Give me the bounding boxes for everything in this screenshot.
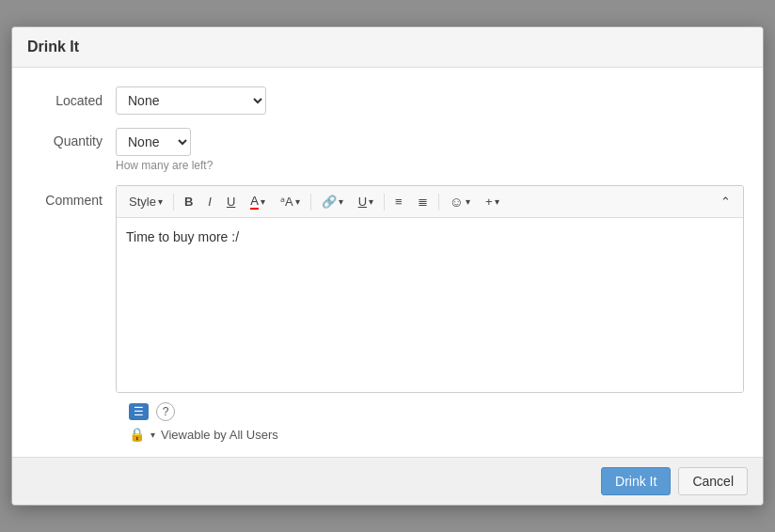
- emoji-icon: ☺: [450, 194, 464, 210]
- emoji-button[interactable]: ☺ ▾: [443, 190, 477, 213]
- modal-body: Located None Fridge Pantry Cellar Quanti…: [12, 68, 763, 457]
- editor-content[interactable]: Time to buy more :/: [117, 218, 743, 392]
- modal-overlay: Drink It Located None Fridge Pantry Cell…: [0, 0, 775, 532]
- located-select[interactable]: None Fridge Pantry Cellar: [116, 86, 266, 115]
- drink-it-button[interactable]: Drink It: [601, 467, 671, 495]
- lock-icon: 🔒: [129, 427, 145, 442]
- plus-button[interactable]: + ▾: [479, 191, 506, 212]
- list-icon-button[interactable]: ☰: [129, 403, 149, 420]
- modal-actions: Drink It Cancel: [12, 457, 763, 505]
- list-ul-icon: ≡: [395, 195, 403, 209]
- style-chevron-icon: ▾: [158, 196, 163, 207]
- modal: Drink It Located None Fridge Pantry Cell…: [11, 26, 764, 506]
- text-color-button[interactable]: A ▾: [244, 190, 272, 213]
- editor-container: Style ▾ B I U: [116, 185, 744, 393]
- visibility-label: Viewable by All Users: [161, 428, 278, 442]
- list-ul-button[interactable]: ≡: [388, 191, 409, 212]
- modal-title: Drink It: [27, 39, 748, 55]
- underline2-chevron-icon: ▾: [369, 196, 373, 207]
- quantity-hint: How many are left?: [116, 159, 213, 172]
- toolbar-divider-2: [310, 194, 311, 211]
- located-control: None Fridge Pantry Cellar: [116, 86, 266, 115]
- toolbar-divider-4: [438, 194, 439, 211]
- comment-label: Comment: [31, 185, 116, 208]
- bold-button[interactable]: B: [178, 191, 199, 212]
- located-label: Located: [31, 93, 116, 108]
- list-ol-button[interactable]: ≣: [411, 191, 435, 212]
- toolbar-divider-3: [384, 194, 385, 211]
- link-button[interactable]: 🔗 ▾: [315, 191, 350, 212]
- editor-icon-row: ☰ ?: [129, 402, 744, 421]
- plus-chevron-icon: ▾: [495, 196, 499, 207]
- collapse-button[interactable]: ⌃: [714, 191, 737, 212]
- italic-button[interactable]: I: [201, 191, 218, 212]
- comment-row: Comment Style ▾ B I: [31, 185, 744, 393]
- link-chevron-icon: ▾: [339, 196, 343, 207]
- located-row: Located None Fridge Pantry Cellar: [31, 86, 744, 115]
- underline-button[interactable]: U: [220, 191, 242, 212]
- plus-icon: +: [485, 195, 493, 209]
- help-icon-button[interactable]: ?: [156, 402, 175, 421]
- text-color-chevron-icon: ▾: [261, 196, 265, 207]
- modal-header: Drink It: [12, 27, 763, 68]
- link-icon: 🔗: [322, 195, 337, 209]
- emoji-chevron-icon: ▾: [466, 196, 470, 207]
- editor-toolbar: Style ▾ B I U: [117, 186, 743, 218]
- quantity-label: Quantity: [31, 128, 116, 149]
- list-ol-icon: ≣: [418, 195, 428, 209]
- underline2-button[interactable]: U ▾: [352, 191, 380, 212]
- superscript-chevron-icon: ▾: [295, 196, 300, 207]
- visibility-chevron-icon: ▾: [150, 430, 155, 440]
- collapse-icon: ⌃: [720, 195, 731, 209]
- quantity-control: None 1 2 3 4 5+ How many are left?: [116, 128, 213, 172]
- underline2-icon: U: [358, 195, 367, 209]
- text-color-icon: A: [250, 194, 259, 210]
- quantity-row: Quantity None 1 2 3 4 5+ How many are le…: [31, 128, 744, 172]
- cancel-button[interactable]: Cancel: [678, 467, 748, 495]
- quantity-select[interactable]: None 1 2 3 4 5+: [116, 128, 191, 156]
- toolbar-divider-1: [173, 194, 174, 211]
- style-button[interactable]: Style ▾: [122, 191, 169, 212]
- superscript-button[interactable]: ᵃA ▾: [274, 191, 307, 212]
- editor-extras: ☰ ? 🔒 ▾ Viewable by All Users: [129, 402, 744, 442]
- visibility-row: 🔒 ▾ Viewable by All Users: [129, 427, 744, 442]
